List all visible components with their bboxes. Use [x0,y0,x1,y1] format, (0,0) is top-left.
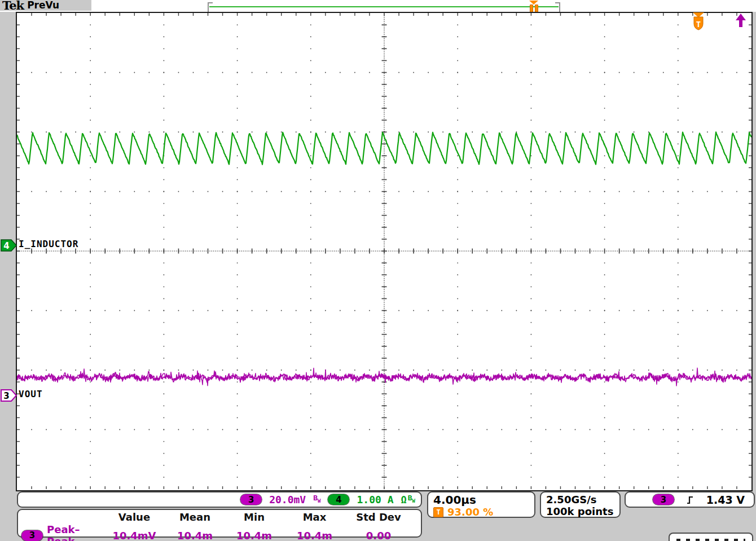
measurement-col-header: Min [224,511,284,524]
acquisition-box[interactable]: 2.50GS/s 100k points [540,491,621,518]
measurement-row: 3 Peak–Peak 10.4mV 10.4m 10.4m 10.4m 0.0… [18,524,421,541]
trigger-position-icon: T [433,507,443,517]
t-flag-icon: T [692,12,706,33]
measurement-name: Peak–Peak [47,524,103,541]
measurement-source-badge: 3 [21,530,43,541]
graticule [16,12,753,491]
timebase-box[interactable]: 4.00µs T 93.00 % [427,491,535,518]
datetime-clipped-text [676,539,745,541]
measurement-table: Value Mean Min Max Std Dev 3 Peak–Peak 1… [17,509,422,538]
measurement-col-header: Value [103,511,166,524]
trigger-source-badge: 3 [653,494,674,505]
ch3-scale: 20.0mV [269,494,306,505]
ch4-marker[interactable]: 4 [1,239,17,254]
ch4-badge[interactable]: 4 [328,494,349,505]
tek-logo: Tek [2,0,24,11]
trigger-position-value: 93.00 % [447,506,493,518]
ch3-bandwidth-icon: BW [313,494,320,505]
waveform-display-svg [17,13,751,489]
preview-trigger-position-icon[interactable] [529,1,538,12]
measurement-col-header: Max [284,511,345,524]
trigger-time-marker[interactable]: T [692,12,706,35]
svg-text:T: T [696,20,701,29]
ch4-trace-label: I_INDUCTOR [19,239,78,249]
oscilloscope-screen: Tek PreVu T 4 [0,0,756,541]
sample-rate: 2.50GS/s [546,494,614,505]
measurement-col-header: Std Dev [345,511,412,524]
tek-logo-block: Tek PreVu [0,0,91,11]
record-length: 100k points [546,505,614,517]
trigger-box[interactable]: 3 1.43 V [625,491,755,508]
measurement-stddev: 0.00 [345,529,412,541]
timebase-scale: 4.00µs [433,494,529,506]
measurement-mean: 10.4m [166,529,224,541]
measurement-value: 10.4mV [103,529,166,541]
measurement-min: 10.4m [224,529,284,541]
ch4-scale: 1.00 A [357,494,393,505]
top-bar: Tek PreVu [0,0,756,12]
ch4-marker-label: 4 [3,241,9,251]
preview-waveform-line [209,6,559,7]
channel-readout-bar: 3 20.0mV BW 4 1.00 A Ω BW [17,491,422,508]
ch3-trace-label: VOUT [19,389,43,399]
ch4-bandwidth-icon: BW [408,494,415,505]
trigger-slope-rising-icon [686,495,694,505]
ch4-ohm-coupling-icon: Ω [401,494,407,505]
ch3-badge[interactable]: 3 [240,494,262,505]
trigger-level-value: 1.43 V [706,494,745,506]
acq-mode-label: PreVu [27,0,59,11]
measurement-col-header: Mean [166,511,224,524]
datetime-clipped-box [669,533,753,541]
trigger-level-arrow-icon[interactable] [735,13,746,30]
acquisition-preview-bar [208,2,560,11]
measurement-max: 10.4m [284,529,345,541]
ch3-marker[interactable]: 3 [1,389,17,404]
ch3-marker-label: 3 [3,391,9,401]
